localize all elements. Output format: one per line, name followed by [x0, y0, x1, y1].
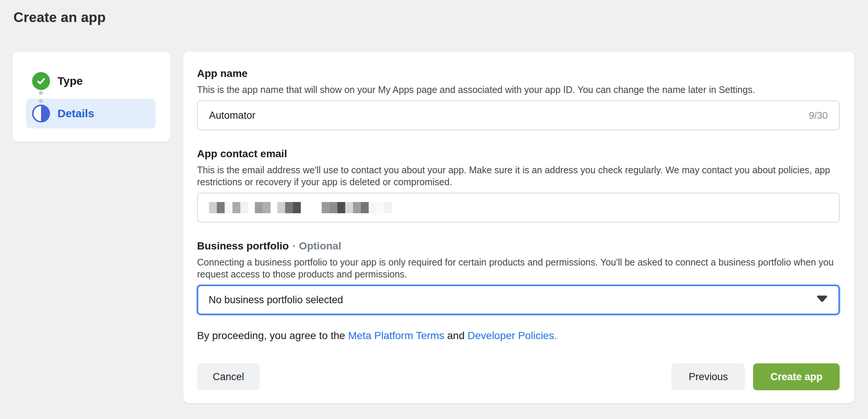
redacted-email-value: [209, 202, 392, 213]
chevron-down-icon: [815, 294, 829, 306]
business-portfolio-selected-value: No business portfolio selected: [209, 294, 343, 306]
app-name-section: App name This is the app name that will …: [197, 67, 840, 130]
business-portfolio-description: Connecting a business portfolio to your …: [197, 256, 840, 280]
contact-email-input[interactable]: [197, 193, 840, 223]
contact-email-section: App contact email This is the email addr…: [197, 148, 840, 223]
business-portfolio-label-text: Business portfolio: [197, 240, 289, 252]
terms-notice: By proceeding, you agree to the Meta Pla…: [197, 330, 840, 342]
app-name-description: This is the app name that will show on y…: [197, 84, 840, 96]
contact-email-description: This is the email address we'll use to c…: [197, 164, 840, 188]
optional-tag: · Optional: [293, 240, 341, 252]
business-portfolio-section: Business portfolio· Optional Connecting …: [197, 240, 840, 315]
create-app-form-card: App name This is the app name that will …: [183, 52, 855, 403]
form-footer: Cancel Previous Create app: [197, 363, 840, 390]
app-name-input[interactable]: Automator 9/30: [197, 100, 840, 130]
terms-conjunction: and: [444, 330, 468, 341]
step-details-label: Details: [57, 107, 94, 120]
app-name-label: App name: [197, 67, 840, 80]
terms-prefix: By proceeding, you agree to the: [197, 330, 348, 341]
cancel-button[interactable]: Cancel: [197, 363, 260, 390]
step-details[interactable]: Details: [26, 99, 156, 128]
previous-button[interactable]: Previous: [671, 363, 745, 390]
stepper-card: Type Details: [12, 52, 171, 142]
step-connector-dot: [39, 91, 43, 95]
business-portfolio-label: Business portfolio· Optional: [197, 240, 840, 252]
developer-policies-link[interactable]: Developer Policies.: [468, 330, 557, 341]
create-app-button[interactable]: Create app: [753, 363, 840, 390]
app-name-char-counter: 9/30: [809, 110, 828, 121]
step-type-label: Type: [57, 75, 83, 87]
step-type[interactable]: Type: [26, 66, 156, 96]
check-circle-icon: [32, 72, 50, 90]
half-circle-progress-icon: [32, 105, 50, 122]
page-title: Create an app: [13, 10, 106, 25]
step-connector-dot: [39, 99, 43, 103]
app-name-value: Automator: [209, 110, 809, 121]
business-portfolio-select[interactable]: No business portfolio selected: [197, 285, 840, 315]
meta-platform-terms-link[interactable]: Meta Platform Terms: [348, 330, 444, 341]
contact-email-label: App contact email: [197, 148, 840, 160]
